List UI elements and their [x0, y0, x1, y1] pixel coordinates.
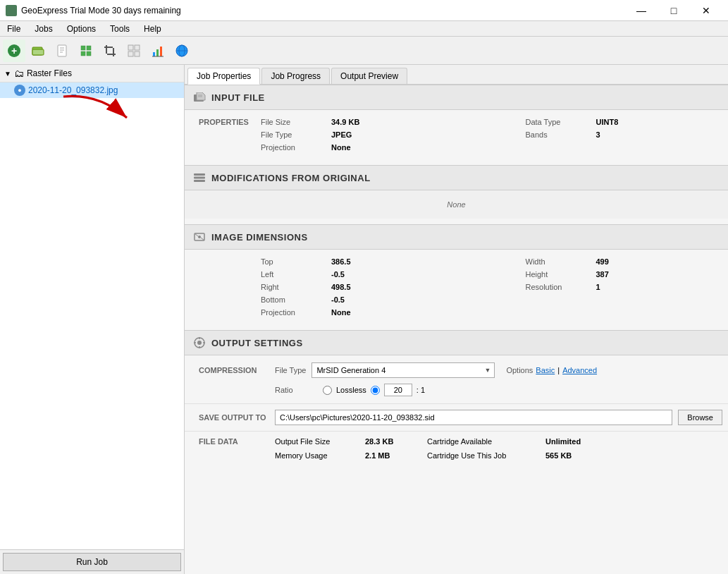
- advanced-link[interactable]: Advanced: [562, 366, 597, 374]
- output-file-size-val: 28.3 KB: [365, 437, 421, 446]
- file-data-area: FILE DATA Output File Size 28.3 KB Cartr…: [185, 431, 728, 465]
- top-key: Top: [255, 255, 326, 268]
- file-data-label: FILE DATA: [190, 437, 275, 446]
- sidebar: ▼ 🗂 Raster Files ● 2020-11-20_093832.jpg: [0, 65, 185, 574]
- image-dimensions-icon: [193, 231, 206, 243]
- svg-rect-10: [81, 51, 85, 56]
- input-file-header: INPUT FILE: [185, 85, 728, 110]
- window-controls: — □ ✕: [625, 0, 722, 21]
- save-output-label: SAVE OUTPUT TO: [190, 413, 275, 422]
- svg-marker-29: [197, 92, 205, 100]
- add-job-button[interactable]: +: [3, 39, 25, 62]
- mosaic-button[interactable]: [123, 39, 145, 62]
- run-job-area: Run Job: [0, 549, 184, 574]
- file-type-dropdown[interactable]: MrSID Generation 4 MrSID Generation 3 Mr…: [311, 362, 495, 378]
- tab-job-progress[interactable]: Job Progress: [261, 68, 330, 84]
- globe-button[interactable]: [171, 39, 193, 62]
- memory-usage-val: 2.1 MB: [365, 451, 421, 460]
- input-file-icon: [193, 91, 206, 104]
- svg-rect-9: [87, 46, 91, 50]
- bottom-key: Bottom: [255, 293, 326, 306]
- crop-button[interactable]: [99, 39, 121, 62]
- output-settings-icon: [193, 336, 206, 349]
- file-data-content1: Output File Size 28.3 KB Cartridge Avail…: [275, 437, 722, 446]
- file-size-val: 34.9 KB: [326, 116, 464, 128]
- title-bar: GeoExpress Trial Mode 30 days remaining …: [0, 0, 728, 21]
- svg-rect-21: [156, 49, 159, 56]
- save-output-content: Browse: [275, 410, 722, 425]
- projection-key: Projection: [255, 141, 326, 154]
- modifications-icon: [193, 171, 206, 184]
- modifications-section: MODIFICATIONS FROM ORIGINAL None: [185, 165, 728, 219]
- compression-label: COMPRESSION: [190, 366, 275, 374]
- tab-output-preview[interactable]: Output Preview: [331, 68, 407, 84]
- file-data-row2: Memory Usage 2.1 MB Cartridge Use This J…: [185, 448, 728, 463]
- ratio-row: Ratio Lossless : 1: [185, 381, 728, 399]
- separator-2: [185, 219, 728, 224]
- menu-help[interactable]: Help: [137, 21, 168, 37]
- ratio-suffix: : 1: [417, 386, 425, 394]
- menu-jobs[interactable]: Jobs: [27, 21, 59, 37]
- image-dimensions-header: IMAGE DIMENSIONS: [185, 224, 728, 250]
- app-icon: [6, 5, 17, 16]
- svg-rect-16: [128, 45, 133, 50]
- svg-rect-3: [32, 49, 44, 55]
- browse-button[interactable]: Browse: [678, 410, 722, 425]
- sidebar-header[interactable]: ▼ 🗂 Raster Files: [0, 65, 184, 83]
- data-type-val: UINT8: [591, 116, 729, 128]
- basic-link[interactable]: Basic: [536, 366, 555, 374]
- svg-rect-8: [81, 46, 85, 50]
- svg-rect-33: [194, 177, 205, 179]
- file-data-row1: FILE DATA Output File Size 28.3 KB Cartr…: [185, 434, 728, 448]
- menu-options[interactable]: Options: [60, 21, 103, 37]
- ratio-value-input[interactable]: [384, 384, 412, 396]
- bands-key: Bands: [520, 128, 591, 141]
- data-type-key: Data Type: [520, 116, 591, 128]
- svg-rect-34: [194, 180, 205, 182]
- separator-3: [185, 324, 728, 330]
- svg-point-40: [197, 341, 202, 345]
- height-key: Height: [520, 268, 591, 281]
- output-settings-section: OUTPUT SETTINGS COMPRESSION File Type Mr…: [185, 330, 728, 465]
- tab-job-properties[interactable]: Job Properties: [187, 68, 260, 85]
- save-output-row: SAVE OUTPUT TO Browse: [185, 407, 728, 428]
- compression-content: File Type MrSID Generation 4 MrSID Gener…: [275, 362, 722, 378]
- radio-group: Lossless : 1: [323, 384, 425, 396]
- cartridge-available-val: Unlimited: [545, 437, 581, 446]
- file-type-val: JPEG: [326, 128, 464, 141]
- ratio-label: Ratio: [275, 386, 317, 394]
- file-type-dropdown-wrap: MrSID Generation 4 MrSID Generation 3 Mr…: [311, 362, 495, 378]
- compression-area: COMPRESSION File Type MrSID Generation 4…: [185, 355, 728, 403]
- input-file-props: PROPERTIES File Size 34.9 KB Data Type U…: [185, 110, 728, 159]
- menu-bar: File Jobs Options Tools Help: [0, 21, 728, 37]
- minimize-button[interactable]: —: [625, 0, 658, 21]
- grid-button[interactable]: [75, 39, 97, 62]
- output-file-size-key: Output File Size: [275, 437, 359, 446]
- menu-file[interactable]: File: [0, 21, 27, 37]
- sidebar-item-file[interactable]: ● 2020-11-20_093832.jpg: [0, 83, 184, 98]
- cartridge-use-val: 565 KB: [545, 451, 572, 460]
- close-button[interactable]: ✕: [690, 0, 722, 21]
- sidebar-file-label: 2020-11-20_093832.jpg: [28, 85, 118, 95]
- run-job-button[interactable]: Run Job: [3, 553, 181, 571]
- modifications-none: None: [185, 195, 728, 214]
- save-path-input[interactable]: [275, 410, 672, 425]
- width-key: Width: [520, 255, 591, 268]
- file-data-content2: Memory Usage 2.1 MB Cartridge Use This J…: [275, 451, 722, 460]
- image-dimensions-title: IMAGE DIMENSIONS: [211, 232, 308, 243]
- ratio-radio[interactable]: [371, 386, 380, 395]
- width-val: 499: [591, 255, 729, 268]
- menu-tools[interactable]: Tools: [103, 21, 137, 37]
- image-dimensions-table: Top 386.5 Width 499 Left -0.5 Height 387: [185, 255, 728, 319]
- dim-projection-val: None: [326, 306, 464, 319]
- lossless-radio[interactable]: [323, 386, 332, 395]
- svg-rect-11: [87, 51, 91, 56]
- arrow-overlay: [56, 90, 148, 146]
- folder-icon: 🗂: [14, 68, 24, 79]
- file-icon: ●: [14, 85, 25, 96]
- open-button[interactable]: [27, 39, 49, 62]
- modifications-title: MODIFICATIONS FROM ORIGINAL: [211, 173, 371, 183]
- chart-button[interactable]: [147, 39, 169, 62]
- maximize-button[interactable]: □: [658, 0, 690, 21]
- document-button[interactable]: [51, 39, 73, 62]
